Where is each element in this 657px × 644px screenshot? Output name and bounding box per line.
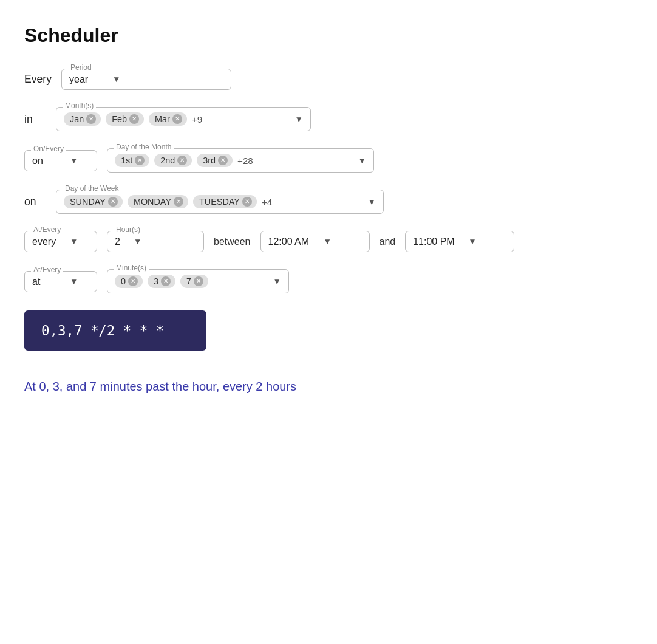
at-every-minute-select[interactable]: at every	[32, 276, 70, 287]
at-every-hour-chevron-icon: ▼	[70, 237, 78, 246]
month-tag-mar: Mar ✕	[149, 112, 187, 126]
day-month-row: On/Every on every ▼ Day of the Month 1st…	[24, 148, 633, 173]
at-every-minute-field-label: At/Every	[31, 265, 63, 274]
day-week-select-wrapper: SUNDAYMONDAYTUESDAY ▼	[368, 197, 376, 207]
end-time-select-wrapper: 11:00 PM 10:00 PM ▼	[413, 236, 476, 247]
page-title: Scheduler	[24, 24, 633, 47]
day-tag-2nd-remove[interactable]: ✕	[177, 156, 187, 165]
day-tag-1st-remove[interactable]: ✕	[135, 156, 145, 165]
day-tag-1st: 1st ✕	[115, 154, 149, 167]
hour-select-wrapper: 2 1 3 4 ▼	[115, 236, 141, 247]
minute-field-group: Minute(s) 0 ✕ 3 ✕ 7 ✕ 037 ▼	[107, 269, 289, 293]
months-row: in Month(s) Jan ✕ Feb ✕ Mar ✕ +9 JanFebM…	[24, 107, 633, 131]
day-tag-2nd: 2nd ✕	[154, 154, 192, 167]
at-every-hour-field-group: At/Every every at ▼	[24, 231, 97, 252]
months-field-label: Month(s)	[63, 101, 96, 110]
day-tag-2nd-label: 2nd	[160, 156, 175, 165]
minute-row: At/Every at every ▼ Minute(s) 0 ✕ 3 ✕ 7 …	[24, 269, 633, 293]
hour-field-label: Hour(s)	[114, 225, 143, 234]
day-week-label: on	[24, 196, 46, 208]
day-month-field-group: Day of the Month 1st ✕ 2nd ✕ 3rd ✕ +28 1…	[107, 148, 374, 173]
between-label: between	[214, 236, 251, 247]
day-tag-monday-remove[interactable]: ✕	[174, 197, 183, 207]
cron-expression-box: 0,3,7 */2 * * *	[24, 310, 206, 351]
minute-tag-7: 7 ✕	[180, 275, 208, 288]
month-tag-mar-label: Mar	[155, 114, 170, 124]
day-tag-monday-label: MONDAY	[134, 197, 171, 207]
day-week-field-group: Day of the Week SUNDAY ✕ MONDAY ✕ TUESDA…	[56, 190, 384, 214]
month-tag-feb-label: Feb	[112, 114, 127, 124]
at-every-minute-select-wrapper: at every ▼	[32, 276, 78, 287]
month-tag-feb: Feb ✕	[106, 112, 144, 126]
day-week-row: on Day of the Week SUNDAY ✕ MONDAY ✕ TUE…	[24, 190, 633, 214]
start-time-select-wrapper: 12:00 AM 1:00 AM ▼	[268, 236, 332, 247]
months-label: in	[24, 113, 46, 126]
day-tag-sunday: SUNDAY ✕	[64, 195, 123, 208]
at-every-minute-chevron-icon: ▼	[70, 277, 78, 286]
day-week-overflow: +4	[262, 197, 272, 207]
period-select[interactable]: year month week day hour minute	[69, 74, 112, 84]
hour-row: At/Every every at ▼ Hour(s) 2 1 3 4 ▼ be…	[24, 231, 633, 252]
hour-chevron-icon: ▼	[134, 237, 141, 246]
minute-tag-0-label: 0	[121, 276, 126, 286]
minute-tag-3: 3 ✕	[148, 275, 175, 288]
minute-tag-3-label: 3	[154, 276, 158, 286]
day-tag-tuesday: TUESDAY ✕	[193, 195, 257, 208]
cron-description: At 0, 3, and 7 minutes past the hour, ev…	[24, 380, 633, 394]
months-field-group: Month(s) Jan ✕ Feb ✕ Mar ✕ +9 JanFebMar …	[56, 107, 311, 131]
period-label: Every	[24, 73, 52, 86]
and-label: and	[380, 236, 396, 247]
months-overflow: +9	[192, 114, 202, 125]
end-time-field-group: 11:00 PM 10:00 PM ▼	[405, 231, 514, 252]
period-field-label: Period	[68, 63, 94, 72]
end-time-chevron-icon: ▼	[468, 237, 476, 246]
day-tag-tuesday-remove[interactable]: ✕	[242, 197, 252, 207]
at-every-hour-select[interactable]: every at	[32, 236, 70, 247]
day-tag-3rd-remove[interactable]: ✕	[218, 156, 228, 165]
months-select-wrapper: JanFebMar ▼	[295, 115, 303, 124]
day-tag-tuesday-label: TUESDAY	[199, 197, 240, 207]
day-month-select-wrapper: 1st2nd3rd ▼	[358, 156, 366, 165]
day-week-field-label: Day of the Week	[63, 184, 121, 193]
cron-expression-text: 0,3,7 */2 * * *	[41, 323, 164, 338]
on-every-field-label: On/Every	[31, 145, 66, 153]
minute-tag-7-remove[interactable]: ✕	[194, 276, 203, 286]
at-every-minute-field-group: At/Every at every ▼	[24, 271, 97, 292]
cron-description-text: At 0, 3, and 7 minutes past the hour, ev…	[24, 380, 296, 393]
on-every-select-wrapper: on every ▼	[32, 156, 78, 166]
day-tag-3rd: 3rd ✕	[197, 154, 233, 167]
at-every-hour-select-wrapper: every at ▼	[32, 236, 78, 247]
on-every-chevron-icon: ▼	[70, 156, 78, 165]
period-field-group: Period year month week day hour minute ▼	[61, 69, 231, 90]
month-tag-jan-label: Jan	[70, 114, 84, 124]
end-time-select[interactable]: 11:00 PM 10:00 PM	[413, 236, 468, 247]
at-every-hour-field-label: At/Every	[31, 225, 63, 234]
period-chevron-icon: ▼	[112, 75, 120, 84]
minute-field-label: Minute(s)	[114, 264, 149, 272]
month-tag-feb-remove[interactable]: ✕	[129, 114, 139, 124]
day-tag-sunday-label: SUNDAY	[70, 197, 106, 207]
start-time-select[interactable]: 12:00 AM 1:00 AM	[268, 236, 324, 247]
start-time-field-group: 12:00 AM 1:00 AM ▼	[260, 231, 370, 252]
month-tag-jan: Jan ✕	[64, 112, 101, 126]
minute-select-wrapper: 037 ▼	[273, 277, 281, 286]
day-month-overflow: +28	[237, 156, 253, 166]
on-every-field-group: On/Every on every ▼	[24, 150, 97, 171]
minute-tag-3-remove[interactable]: ✕	[161, 276, 171, 286]
minute-tag-0: 0 ✕	[115, 275, 143, 288]
hour-field-group: Hour(s) 2 1 3 4 ▼	[107, 231, 204, 252]
month-tag-jan-remove[interactable]: ✕	[86, 114, 96, 124]
minute-tag-0-remove[interactable]: ✕	[128, 276, 138, 286]
day-tag-sunday-remove[interactable]: ✕	[108, 197, 118, 207]
period-select-wrapper: year month week day hour minute ▼	[69, 74, 120, 84]
day-tag-monday: MONDAY ✕	[128, 195, 188, 208]
hour-select[interactable]: 2 1 3 4	[115, 236, 134, 247]
day-month-field-label: Day of the Month	[114, 143, 174, 151]
day-tag-1st-label: 1st	[121, 156, 132, 165]
period-row: Every Period year month week day hour mi…	[24, 69, 633, 90]
start-time-chevron-icon: ▼	[324, 237, 332, 246]
month-tag-mar-remove[interactable]: ✕	[172, 114, 182, 124]
on-every-select[interactable]: on every	[32, 156, 70, 166]
day-tag-3rd-label: 3rd	[203, 156, 216, 165]
minute-tag-7-label: 7	[186, 276, 191, 286]
